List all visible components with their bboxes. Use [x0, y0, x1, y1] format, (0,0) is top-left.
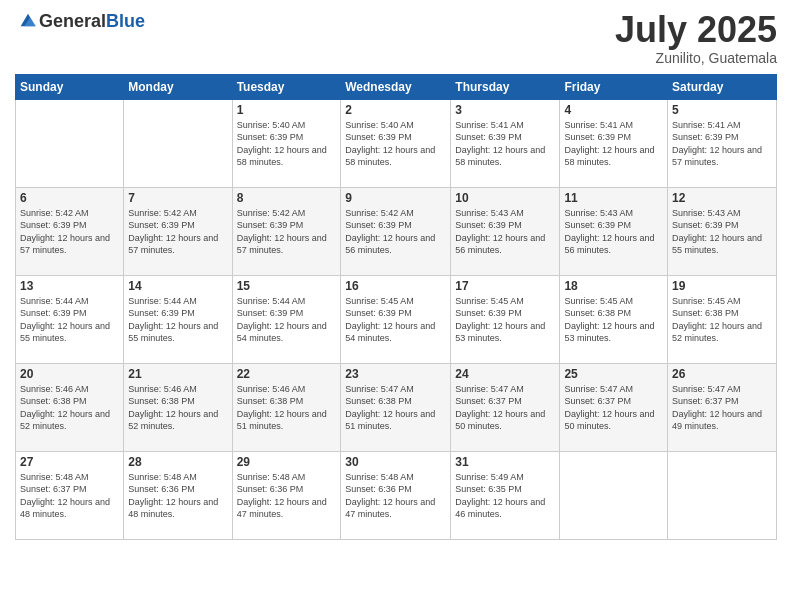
calendar-cell-w3-d1: 13Sunrise: 5:44 AMSunset: 6:39 PMDayligh… [16, 275, 124, 363]
sunset-text: Sunset: 6:39 PM [128, 219, 227, 232]
day-info: Sunrise: 5:48 AMSunset: 6:36 PMDaylight:… [345, 471, 446, 521]
day-info: Sunrise: 5:42 AMSunset: 6:39 PMDaylight:… [20, 207, 119, 257]
sunset-text: Sunset: 6:35 PM [455, 483, 555, 496]
daylight-text: Daylight: 12 hours and 47 minutes. [345, 496, 446, 521]
sunrise-text: Sunrise: 5:45 AM [564, 295, 663, 308]
calendar-cell-w1-d2 [124, 99, 232, 187]
day-number: 3 [455, 103, 555, 117]
day-info: Sunrise: 5:41 AMSunset: 6:39 PMDaylight:… [672, 119, 772, 169]
calendar-week-2: 6Sunrise: 5:42 AMSunset: 6:39 PMDaylight… [16, 187, 777, 275]
day-info: Sunrise: 5:42 AMSunset: 6:39 PMDaylight:… [345, 207, 446, 257]
day-number: 18 [564, 279, 663, 293]
page: GeneralBlue July 2025 Zunilito, Guatemal… [0, 0, 792, 612]
daylight-text: Daylight: 12 hours and 55 minutes. [20, 320, 119, 345]
day-info: Sunrise: 5:43 AMSunset: 6:39 PMDaylight:… [564, 207, 663, 257]
sunset-text: Sunset: 6:39 PM [237, 131, 337, 144]
calendar-cell-w5-d7 [668, 451, 777, 539]
daylight-text: Daylight: 12 hours and 55 minutes. [672, 232, 772, 257]
calendar-cell-w5-d6 [560, 451, 668, 539]
sunset-text: Sunset: 6:39 PM [455, 219, 555, 232]
header: GeneralBlue July 2025 Zunilito, Guatemal… [15, 10, 777, 66]
sunset-text: Sunset: 6:38 PM [20, 395, 119, 408]
sunset-text: Sunset: 6:38 PM [237, 395, 337, 408]
daylight-text: Daylight: 12 hours and 50 minutes. [564, 408, 663, 433]
day-number: 30 [345, 455, 446, 469]
day-info: Sunrise: 5:40 AMSunset: 6:39 PMDaylight:… [345, 119, 446, 169]
sunrise-text: Sunrise: 5:45 AM [345, 295, 446, 308]
calendar-cell-w3-d3: 15Sunrise: 5:44 AMSunset: 6:39 PMDayligh… [232, 275, 341, 363]
sunset-text: Sunset: 6:38 PM [564, 307, 663, 320]
sunrise-text: Sunrise: 5:47 AM [345, 383, 446, 396]
day-number: 4 [564, 103, 663, 117]
day-number: 27 [20, 455, 119, 469]
sunrise-text: Sunrise: 5:40 AM [345, 119, 446, 132]
day-number: 15 [237, 279, 337, 293]
daylight-text: Daylight: 12 hours and 48 minutes. [20, 496, 119, 521]
calendar-cell-w5-d4: 30Sunrise: 5:48 AMSunset: 6:36 PMDayligh… [341, 451, 451, 539]
calendar-cell-w5-d3: 29Sunrise: 5:48 AMSunset: 6:36 PMDayligh… [232, 451, 341, 539]
sunrise-text: Sunrise: 5:42 AM [345, 207, 446, 220]
calendar-cell-w2-d3: 8Sunrise: 5:42 AMSunset: 6:39 PMDaylight… [232, 187, 341, 275]
day-number: 19 [672, 279, 772, 293]
day-info: Sunrise: 5:45 AMSunset: 6:38 PMDaylight:… [672, 295, 772, 345]
daylight-text: Daylight: 12 hours and 53 minutes. [455, 320, 555, 345]
day-info: Sunrise: 5:43 AMSunset: 6:39 PMDaylight:… [455, 207, 555, 257]
sunset-text: Sunset: 6:39 PM [237, 307, 337, 320]
sunrise-text: Sunrise: 5:46 AM [20, 383, 119, 396]
day-info: Sunrise: 5:47 AMSunset: 6:38 PMDaylight:… [345, 383, 446, 433]
daylight-text: Daylight: 12 hours and 49 minutes. [672, 408, 772, 433]
calendar-cell-w1-d4: 2Sunrise: 5:40 AMSunset: 6:39 PMDaylight… [341, 99, 451, 187]
day-info: Sunrise: 5:45 AMSunset: 6:38 PMDaylight:… [564, 295, 663, 345]
day-info: Sunrise: 5:46 AMSunset: 6:38 PMDaylight:… [128, 383, 227, 433]
calendar-cell-w2-d1: 6Sunrise: 5:42 AMSunset: 6:39 PMDaylight… [16, 187, 124, 275]
daylight-text: Daylight: 12 hours and 56 minutes. [345, 232, 446, 257]
calendar-cell-w3-d5: 17Sunrise: 5:45 AMSunset: 6:39 PMDayligh… [451, 275, 560, 363]
day-number: 2 [345, 103, 446, 117]
daylight-text: Daylight: 12 hours and 53 minutes. [564, 320, 663, 345]
sunrise-text: Sunrise: 5:41 AM [672, 119, 772, 132]
calendar-cell-w1-d3: 1Sunrise: 5:40 AMSunset: 6:39 PMDaylight… [232, 99, 341, 187]
day-number: 10 [455, 191, 555, 205]
sunrise-text: Sunrise: 5:42 AM [20, 207, 119, 220]
sunset-text: Sunset: 6:37 PM [455, 395, 555, 408]
sunset-text: Sunset: 6:39 PM [237, 219, 337, 232]
day-info: Sunrise: 5:42 AMSunset: 6:39 PMDaylight:… [128, 207, 227, 257]
day-number: 17 [455, 279, 555, 293]
day-info: Sunrise: 5:45 AMSunset: 6:39 PMDaylight:… [455, 295, 555, 345]
day-number: 1 [237, 103, 337, 117]
calendar-cell-w4-d7: 26Sunrise: 5:47 AMSunset: 6:37 PMDayligh… [668, 363, 777, 451]
day-number: 20 [20, 367, 119, 381]
day-info: Sunrise: 5:47 AMSunset: 6:37 PMDaylight:… [672, 383, 772, 433]
calendar-header-row: Sunday Monday Tuesday Wednesday Thursday… [16, 74, 777, 99]
sunset-text: Sunset: 6:37 PM [672, 395, 772, 408]
col-friday: Friday [560, 74, 668, 99]
title-area: July 2025 Zunilito, Guatemala [615, 10, 777, 66]
day-info: Sunrise: 5:48 AMSunset: 6:37 PMDaylight:… [20, 471, 119, 521]
daylight-text: Daylight: 12 hours and 57 minutes. [128, 232, 227, 257]
day-info: Sunrise: 5:44 AMSunset: 6:39 PMDaylight:… [128, 295, 227, 345]
day-number: 6 [20, 191, 119, 205]
sunrise-text: Sunrise: 5:47 AM [564, 383, 663, 396]
calendar-cell-w4-d4: 23Sunrise: 5:47 AMSunset: 6:38 PMDayligh… [341, 363, 451, 451]
sunset-text: Sunset: 6:39 PM [455, 307, 555, 320]
day-number: 11 [564, 191, 663, 205]
calendar-cell-w2-d4: 9Sunrise: 5:42 AMSunset: 6:39 PMDaylight… [341, 187, 451, 275]
sunset-text: Sunset: 6:39 PM [345, 307, 446, 320]
calendar-cell-w2-d6: 11Sunrise: 5:43 AMSunset: 6:39 PMDayligh… [560, 187, 668, 275]
day-number: 8 [237, 191, 337, 205]
calendar-cell-w2-d5: 10Sunrise: 5:43 AMSunset: 6:39 PMDayligh… [451, 187, 560, 275]
daylight-text: Daylight: 12 hours and 47 minutes. [237, 496, 337, 521]
calendar-cell-w5-d1: 27Sunrise: 5:48 AMSunset: 6:37 PMDayligh… [16, 451, 124, 539]
sunset-text: Sunset: 6:39 PM [672, 219, 772, 232]
day-number: 16 [345, 279, 446, 293]
daylight-text: Daylight: 12 hours and 56 minutes. [564, 232, 663, 257]
day-info: Sunrise: 5:48 AMSunset: 6:36 PMDaylight:… [237, 471, 337, 521]
sunset-text: Sunset: 6:38 PM [128, 395, 227, 408]
location: Zunilito, Guatemala [615, 50, 777, 66]
daylight-text: Daylight: 12 hours and 58 minutes. [345, 144, 446, 169]
day-info: Sunrise: 5:44 AMSunset: 6:39 PMDaylight:… [20, 295, 119, 345]
daylight-text: Daylight: 12 hours and 46 minutes. [455, 496, 555, 521]
day-info: Sunrise: 5:46 AMSunset: 6:38 PMDaylight:… [20, 383, 119, 433]
daylight-text: Daylight: 12 hours and 52 minutes. [128, 408, 227, 433]
day-info: Sunrise: 5:47 AMSunset: 6:37 PMDaylight:… [564, 383, 663, 433]
